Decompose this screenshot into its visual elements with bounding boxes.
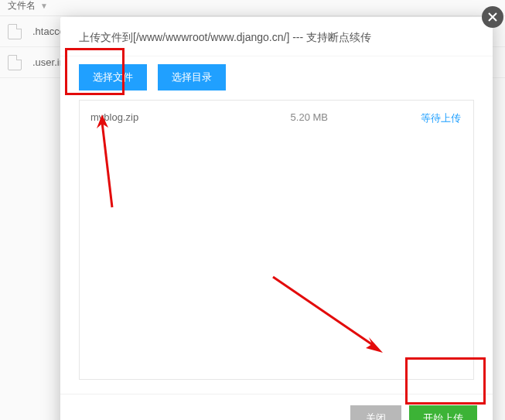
upload-filesize: 5.20 MB: [291, 111, 328, 125]
modal-title: 上传文件到[/www/wwwroot/www.django.cn/] --- 支…: [60, 17, 493, 56]
close-icon[interactable]: [482, 6, 503, 28]
upload-modal: 上传文件到[/www/wwwroot/www.django.cn/] --- 支…: [60, 17, 493, 420]
select-file-button[interactable]: 选择文件: [79, 64, 147, 90]
select-button-row: 选择文件 选择目录: [79, 64, 474, 90]
upload-filename: myblog.zip: [90, 111, 291, 125]
select-dir-button[interactable]: 选择目录: [158, 64, 226, 90]
modal-body: 选择文件 选择目录 myblog.zip 5.20 MB 等待上传: [60, 56, 493, 394]
upload-queue-panel: myblog.zip 5.20 MB 等待上传: [79, 100, 474, 380]
upload-row: myblog.zip 5.20 MB 等待上传: [80, 101, 473, 125]
upload-status: 等待上传: [421, 111, 461, 125]
cancel-button[interactable]: 关闭: [350, 405, 401, 420]
start-upload-button[interactable]: 开始上传: [409, 405, 477, 420]
modal-footer: 关闭 开始上传: [60, 394, 493, 420]
